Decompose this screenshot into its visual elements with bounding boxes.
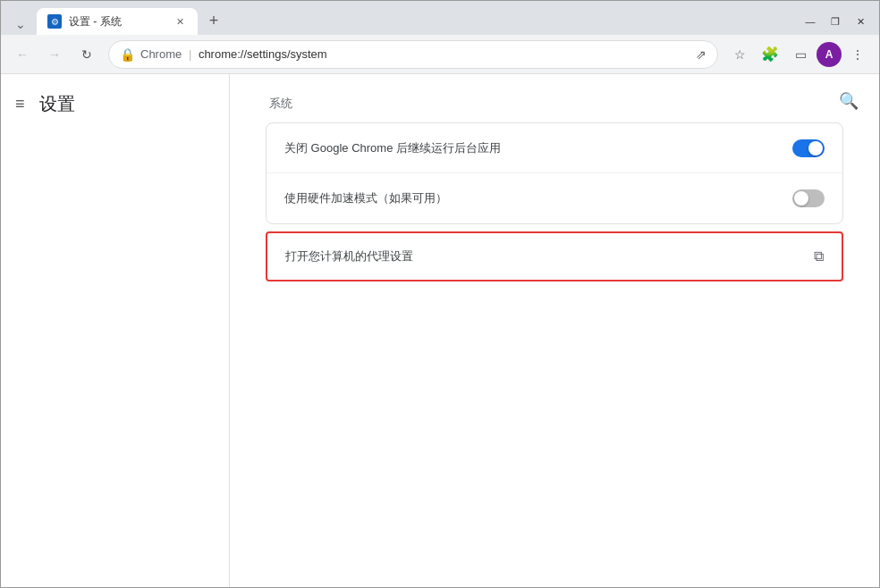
background-apps-toggle[interactable] (792, 139, 825, 157)
chevron-icon[interactable]: ⌄ (15, 17, 26, 31)
menu-icon[interactable]: ≡ (15, 95, 25, 113)
titlebar-left: ⌄ (8, 13, 37, 35)
settings-page-title: 设置 (39, 92, 75, 116)
tab-close-button[interactable]: ✕ (173, 14, 187, 29)
new-tab-button[interactable]: + (201, 8, 226, 33)
hardware-accel-label: 使用硬件加速模式（如果可用） (284, 190, 792, 206)
active-tab[interactable]: 设置 - 系统 ✕ (37, 8, 198, 35)
toggle-thumb (808, 141, 823, 155)
close-button[interactable]: ✕ (849, 12, 872, 31)
omnibox-security-icon: 🔒 (120, 47, 135, 62)
settings-sidebar: ≡ 设置 (1, 74, 230, 587)
toolbar: ← → ↻ 🔒 Chrome | chrome://settings/syste… (1, 35, 879, 74)
tab-favicon (47, 14, 62, 29)
omnibox-prefix: Chrome (140, 47, 182, 61)
tabs-area: 设置 - 系统 ✕ + (37, 1, 799, 35)
reload-button[interactable]: ↻ (72, 40, 101, 69)
omnibox-url: chrome://settings/system (199, 47, 327, 61)
section-label: 系统 (266, 96, 843, 112)
search-button[interactable]: 🔍 (833, 85, 865, 117)
omnibox[interactable]: 🔒 Chrome | chrome://settings/system ⇗ (108, 40, 718, 69)
tab-title: 设置 - 系统 (69, 14, 122, 29)
restore-button[interactable]: ❐ (824, 12, 847, 31)
bookmark-icon[interactable]: ☆ (725, 40, 754, 69)
sidebar-icon[interactable]: ▭ (786, 40, 815, 69)
toggle-thumb-2 (794, 191, 808, 206)
settings-content: 🔍 系统 关闭 Google Chrome 后继续运行后台应用 使用硬件加速模式… (230, 74, 879, 587)
window-controls: — ❐ ✕ (799, 12, 872, 31)
settings-card: 关闭 Google Chrome 后继续运行后台应用 使用硬件加速模式（如果可用… (266, 122, 843, 224)
back-button[interactable]: ← (8, 40, 37, 69)
titlebar: ⌄ 设置 - 系统 ✕ + — ❐ ✕ (1, 1, 879, 35)
hardware-accel-toggle[interactable] (792, 189, 825, 207)
chrome-menu-icon[interactable]: ⋮ (843, 40, 872, 69)
proxy-settings-label: 打开您计算机的代理设置 (285, 248, 814, 265)
external-link-icon: ⧉ (814, 248, 824, 265)
extension-icon[interactable]: 🧩 (756, 40, 784, 69)
minimize-button[interactable]: — (799, 12, 822, 31)
toolbar-actions: ☆ 🧩 ▭ A ⋮ (725, 40, 872, 69)
forward-button[interactable]: → (40, 40, 69, 69)
browser-window: ⌄ 设置 - 系统 ✕ + — ❐ ✕ ← → ↻ 🔒 Chrome | chr… (0, 0, 880, 588)
omnibox-separator: | (189, 47, 191, 61)
settings-page: ≡ 设置 🔍 系统 关闭 Google Chrome 后继续运行后台应用 使用硬… (1, 74, 879, 587)
background-apps-row: 关闭 Google Chrome 后继续运行后台应用 (267, 123, 842, 173)
profile-avatar[interactable]: A (817, 42, 842, 67)
share-icon[interactable]: ⇗ (696, 47, 707, 62)
hardware-accel-row: 使用硬件加速模式（如果可用） (267, 173, 842, 223)
omnibox-text: Chrome | chrome://settings/system (140, 47, 690, 61)
background-apps-label: 关闭 Google Chrome 后继续运行后台应用 (284, 140, 792, 156)
proxy-settings-row[interactable]: 打开您计算机的代理设置 ⧉ (266, 231, 843, 281)
settings-header: ≡ 设置 (1, 81, 229, 127)
